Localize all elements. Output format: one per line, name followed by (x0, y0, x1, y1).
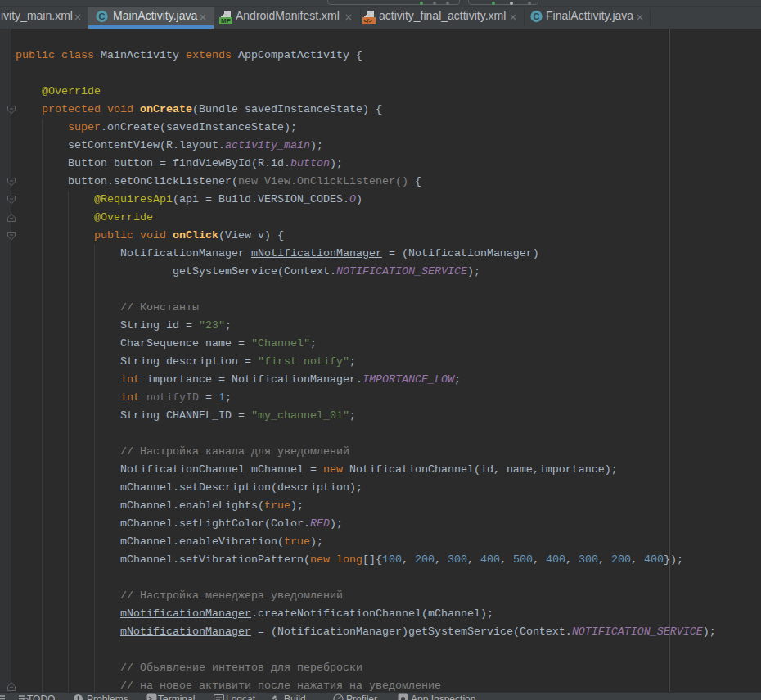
svg-text:MF: MF (221, 17, 231, 25)
svg-text:C: C (534, 11, 540, 21)
svg-text:</>: </> (364, 18, 372, 24)
svg-text:C: C (99, 11, 106, 21)
